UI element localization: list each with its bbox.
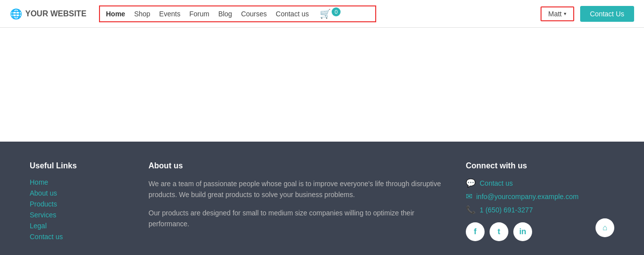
useful-link-home[interactable]: Home xyxy=(30,178,48,186)
cart-count: 0 xyxy=(332,7,341,16)
main-content xyxy=(0,28,644,142)
connect-link[interactable]: 1 (650) 691-3277 xyxy=(480,206,533,214)
connect-icon: ✉ xyxy=(466,192,472,201)
nav-item-courses[interactable]: Courses xyxy=(241,10,267,18)
connect-item: ✉info@yourcompany.example.com xyxy=(466,192,614,201)
connect-item: 📞1 (650) 691-3277 xyxy=(466,205,614,214)
connect-link[interactable]: info@yourcompany.example.com xyxy=(476,193,579,201)
user-label: Matt xyxy=(548,10,562,18)
nav-item-contact-us[interactable]: Contact us xyxy=(276,10,309,18)
linkedin-button[interactable]: in xyxy=(513,222,532,241)
chevron-down-icon: ▾ xyxy=(564,11,566,16)
useful-link-contact-us[interactable]: Contact us xyxy=(30,233,63,241)
nav-item-home[interactable]: Home xyxy=(106,10,125,18)
connect-icon: 📞 xyxy=(466,205,476,214)
useful-links-col: Useful Links HomeAbout usProductsService… xyxy=(30,161,129,241)
social-row-wrapper: f t in ⌂ xyxy=(466,214,614,241)
nav-item-events[interactable]: Events xyxy=(159,10,181,18)
footer: Useful Links HomeAbout usProductsService… xyxy=(0,142,644,255)
nav-item-blog[interactable]: Blog xyxy=(218,10,232,18)
cart-icon: 🛒 xyxy=(320,8,331,19)
connect-list: 💬Contact us✉info@yourcompany.example.com… xyxy=(466,178,614,214)
facebook-button[interactable]: f xyxy=(466,222,485,241)
about-heading: About us xyxy=(149,161,446,170)
header: 🌐 YOUR WEBSITE HomeShopEventsForumBlogCo… xyxy=(0,0,644,28)
twitter-button[interactable]: t xyxy=(490,222,508,241)
logo-text: YOUR WEBSITE xyxy=(25,9,87,18)
about-col: About us We are a team of passionate peo… xyxy=(149,161,446,241)
connect-item: 💬Contact us xyxy=(466,178,614,188)
footer-grid: Useful Links HomeAbout usProductsService… xyxy=(30,161,614,241)
cart-button[interactable]: 🛒0 xyxy=(320,8,341,19)
contact-us-button[interactable]: Contact Us xyxy=(580,6,634,22)
logo: 🌐 YOUR WEBSITE xyxy=(10,8,99,20)
useful-link-products[interactable]: Products xyxy=(30,200,57,208)
home-button[interactable]: ⌂ xyxy=(595,218,614,237)
useful-links-list: HomeAbout usProductsServicesLegalContact… xyxy=(30,178,129,241)
useful-link-services[interactable]: Services xyxy=(30,211,56,219)
globe-icon: 🌐 xyxy=(10,8,22,20)
nav-item-shop[interactable]: Shop xyxy=(134,10,150,18)
connect-heading: Connect with us xyxy=(466,161,614,170)
user-menu-button[interactable]: Matt ▾ xyxy=(541,6,574,21)
main-nav: HomeShopEventsForumBlogCoursesContact us… xyxy=(99,5,376,22)
connect-icon: 💬 xyxy=(466,178,476,188)
useful-link-about-us[interactable]: About us xyxy=(30,189,57,197)
social-row: f t in xyxy=(466,222,532,241)
connect-link[interactable]: Contact us xyxy=(480,179,513,187)
connect-col: Connect with us 💬Contact us✉info@yourcom… xyxy=(466,161,614,241)
useful-link-legal[interactable]: Legal xyxy=(30,222,47,230)
about-text-2: Our products are designed for small to m… xyxy=(149,207,446,230)
useful-links-heading: Useful Links xyxy=(30,161,129,170)
header-right: Matt ▾ Contact Us xyxy=(541,6,634,22)
nav-item-forum[interactable]: Forum xyxy=(189,10,209,18)
about-text-1: We are a team of passionate people whose… xyxy=(149,178,446,201)
